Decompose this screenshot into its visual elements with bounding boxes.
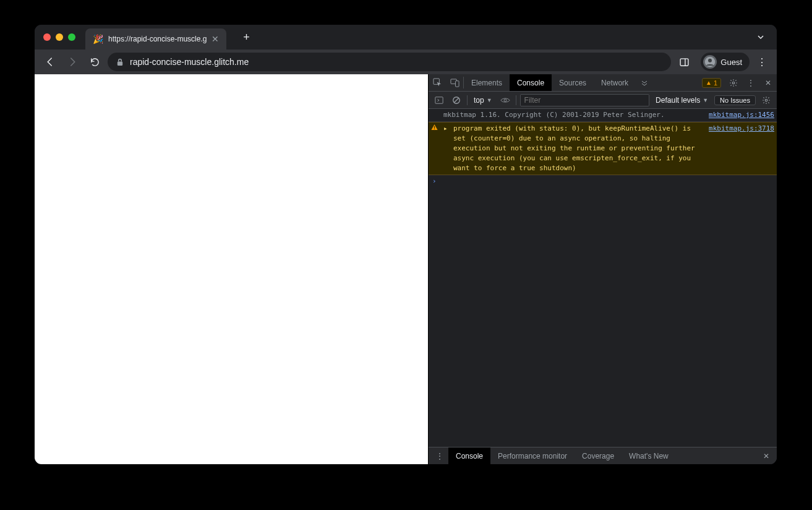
drawer-tab-console[interactable]: Console	[448, 447, 490, 464]
close-window-button[interactable]	[43, 33, 51, 41]
browser-window: 🎉 https://rapid-concise-muscle.g ✕ + rap…	[35, 25, 777, 464]
devtools-drawer: ⋮ Console Performance monitor Coverage W…	[429, 447, 777, 464]
log-entry-warning: ▸ program exited (with status: 0), but k…	[429, 122, 777, 175]
log-message: mkbitmap 1.16. Copyright (C) 2001-2019 P…	[443, 110, 701, 120]
url-text: rapid-concise-muscle.glitch.me	[130, 57, 249, 67]
issues-button[interactable]: No Issues	[714, 95, 756, 105]
close-devtools-icon[interactable]: ✕	[759, 79, 777, 87]
more-tabs-icon[interactable]	[636, 74, 653, 91]
svg-rect-14	[434, 126, 435, 128]
browser-menu-button[interactable]: ⋮	[753, 56, 771, 68]
drawer-tab-whats-new[interactable]: What's New	[622, 447, 676, 464]
inspect-element-icon[interactable]	[429, 74, 446, 91]
minimize-window-button[interactable]	[56, 33, 63, 41]
close-drawer-icon[interactable]: ✕	[758, 452, 774, 460]
console-prompt[interactable]: ›	[429, 175, 777, 188]
lock-icon	[116, 58, 124, 66]
tab-favicon-icon: 🎉	[93, 34, 103, 44]
page-viewport[interactable]	[35, 74, 428, 464]
svg-point-4	[708, 59, 712, 63]
drawer-tab-coverage[interactable]: Coverage	[575, 447, 622, 464]
forward-button[interactable]	[63, 53, 82, 71]
console-log: mkbitmap 1.16. Copyright (C) 2001-2019 P…	[429, 109, 777, 447]
console-settings-icon[interactable]	[759, 93, 773, 107]
tab-sources[interactable]: Sources	[552, 74, 594, 91]
tab-network[interactable]: Network	[594, 74, 636, 91]
devtools-tabbar: Elements Console Sources Network ▲ 1 ⋮	[429, 74, 777, 92]
content-area: Elements Console Sources Network ▲ 1 ⋮	[35, 74, 777, 464]
tab-elements[interactable]: Elements	[464, 74, 510, 91]
svg-rect-1	[680, 58, 688, 65]
svg-rect-15	[434, 129, 435, 129]
profile-label: Guest	[720, 58, 742, 67]
drawer-menu-icon[interactable]: ⋮	[431, 452, 448, 460]
log-entry-info: mkbitmap 1.16. Copyright (C) 2001-2019 P…	[429, 109, 777, 122]
avatar-icon	[703, 55, 717, 69]
back-button[interactable]	[41, 53, 59, 71]
warning-count: 1	[714, 79, 717, 87]
svg-rect-7	[455, 81, 459, 87]
address-bar[interactable]: rapid-concise-muscle.glitch.me	[108, 53, 671, 71]
maximize-window-button[interactable]	[68, 33, 75, 41]
tab-console[interactable]: Console	[510, 74, 552, 91]
window-controls	[43, 33, 75, 41]
drawer-tab-performance-monitor[interactable]: Performance monitor	[490, 447, 575, 464]
device-toolbar-icon[interactable]	[446, 74, 463, 91]
tab-title: https://rapid-concise-muscle.g	[108, 35, 207, 43]
clear-console-icon[interactable]	[450, 93, 463, 107]
live-expression-icon[interactable]	[498, 93, 512, 107]
tabs-menu-button[interactable]	[753, 31, 768, 43]
titlebar: 🎉 https://rapid-concise-muscle.g ✕ +	[35, 25, 777, 50]
side-panel-button[interactable]	[675, 53, 693, 71]
svg-rect-0	[118, 61, 122, 66]
filter-input[interactable]	[520, 94, 650, 106]
close-tab-icon[interactable]: ✕	[212, 34, 219, 44]
warning-count-badge[interactable]: ▲ 1	[702, 78, 721, 88]
new-tab-button[interactable]: +	[237, 28, 255, 46]
devtools-menu-icon[interactable]: ⋮	[742, 79, 759, 87]
devtools-panel: Elements Console Sources Network ▲ 1 ⋮	[428, 74, 777, 464]
browser-tab[interactable]: 🎉 https://rapid-concise-muscle.g ✕	[85, 28, 226, 50]
warning-icon: ▲	[706, 79, 712, 86]
reload-button[interactable]	[85, 53, 104, 71]
log-source-link[interactable]: mkbitmap.js:3718	[709, 124, 774, 173]
console-sidebar-icon[interactable]	[432, 93, 446, 107]
log-message: program exited (with status: 0), but kee…	[453, 124, 701, 173]
prompt-icon: ›	[432, 176, 437, 186]
svg-point-12	[504, 99, 506, 102]
svg-line-11	[455, 98, 459, 102]
toolbar: rapid-concise-muscle.glitch.me Guest ⋮	[35, 50, 777, 74]
warning-icon	[431, 124, 440, 173]
expand-icon[interactable]: ▸	[443, 124, 450, 173]
log-levels-selector[interactable]: Default levels▼	[653, 96, 711, 105]
svg-point-8	[732, 82, 735, 84]
log-source-link[interactable]: mkbitmap.js:1456	[709, 110, 774, 120]
settings-icon[interactable]	[725, 79, 742, 87]
svg-point-13	[765, 99, 767, 102]
console-filterbar: top▼ Default levels▼ No Issues	[429, 92, 777, 109]
context-selector[interactable]: top▼	[471, 96, 495, 105]
profile-button[interactable]: Guest	[701, 53, 750, 71]
